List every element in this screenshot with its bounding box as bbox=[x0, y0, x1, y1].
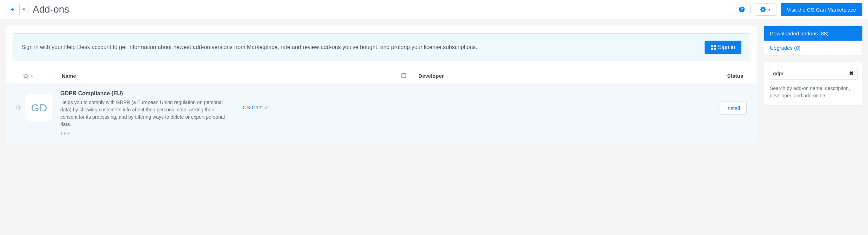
favorite-toggle[interactable] bbox=[13, 90, 24, 110]
back-button[interactable] bbox=[6, 4, 20, 15]
alert-text: Sign in with your Help Desk account to g… bbox=[21, 43, 698, 52]
search-hint: Search by add-on name, description, deve… bbox=[764, 85, 862, 105]
sort-favorite[interactable]: ▲ bbox=[13, 73, 62, 79]
addon-version: 1.0 • — bbox=[60, 131, 225, 136]
calendar-icon bbox=[401, 72, 406, 78]
nav-btn-group bbox=[6, 4, 28, 15]
arrow-left-icon bbox=[10, 7, 15, 12]
svg-rect-6 bbox=[402, 74, 406, 78]
addon-name[interactable]: GDPR Compliance (EU) bbox=[60, 90, 225, 97]
table-header: ▲ Name Developer Status bbox=[6, 68, 757, 83]
svg-marker-10 bbox=[16, 105, 20, 109]
main-layout: Sign in with your Help Desk account to g… bbox=[0, 19, 868, 150]
marketplace-button[interactable]: Visit the CS-Cart Marketplace bbox=[781, 3, 862, 16]
clear-search-icon[interactable]: ✖ bbox=[849, 70, 854, 77]
svg-rect-1 bbox=[711, 45, 713, 47]
addon-info: GDPR Compliance (EU) Helps you to comply… bbox=[60, 90, 225, 136]
svg-rect-4 bbox=[714, 48, 716, 50]
column-status[interactable]: Status bbox=[701, 73, 750, 79]
main-column: Sign in with your Help Desk account to g… bbox=[6, 26, 757, 143]
signin-label: Sign in bbox=[718, 44, 735, 50]
svg-marker-5 bbox=[23, 74, 28, 78]
addon-icon: GD bbox=[25, 94, 53, 122]
addon-action: Install bbox=[701, 90, 750, 115]
check-icon bbox=[264, 105, 269, 110]
topbar: Add-ons ▼ Visit the CS-Cart Marketplace bbox=[0, 0, 868, 19]
addon-developer[interactable]: CS-Cart bbox=[243, 90, 701, 110]
column-date[interactable] bbox=[401, 72, 418, 79]
sidebar-tabs-panel: Downloaded addons (88) Upgrades (0) bbox=[764, 26, 862, 55]
sidebar-search-panel: ✖ Search by add-on name, description, de… bbox=[764, 62, 862, 105]
page-title: Add-ons bbox=[33, 4, 729, 15]
help-icon bbox=[738, 6, 745, 13]
signin-alert: Sign in with your Help Desk account to g… bbox=[13, 33, 750, 61]
help-button[interactable] bbox=[733, 3, 751, 16]
svg-rect-2 bbox=[714, 45, 716, 47]
caret-up-icon: ▲ bbox=[30, 74, 34, 78]
tab-upgrades[interactable]: Upgrades (0) bbox=[764, 41, 862, 55]
nav-dropdown-button[interactable] bbox=[20, 4, 28, 15]
star-outline-icon bbox=[15, 104, 21, 110]
developer-link[interactable]: CS-Cart bbox=[243, 104, 262, 110]
tab-downloaded[interactable]: Downloaded addons (88) bbox=[764, 26, 862, 41]
star-icon bbox=[23, 73, 29, 79]
install-button[interactable]: Install bbox=[720, 102, 747, 115]
grid-icon bbox=[711, 45, 716, 50]
column-developer[interactable]: Developer bbox=[418, 73, 701, 79]
caret-down-icon: ▼ bbox=[768, 8, 771, 12]
search-box: ✖ bbox=[769, 67, 857, 80]
addon-description: Helps you to comply with GDPR (a Europea… bbox=[60, 99, 225, 128]
settings-dropdown-button[interactable]: ▼ bbox=[755, 3, 776, 16]
caret-down-icon bbox=[22, 8, 25, 11]
gear-icon bbox=[760, 6, 766, 13]
sidebar: Downloaded addons (88) Upgrades (0) ✖ Se… bbox=[764, 26, 862, 105]
signin-button[interactable]: Sign in bbox=[705, 41, 741, 54]
addon-row: GD GDPR Compliance (EU) Helps you to com… bbox=[6, 83, 757, 143]
column-name[interactable]: Name bbox=[62, 73, 401, 79]
search-input[interactable] bbox=[773, 70, 849, 76]
svg-rect-3 bbox=[711, 48, 713, 50]
